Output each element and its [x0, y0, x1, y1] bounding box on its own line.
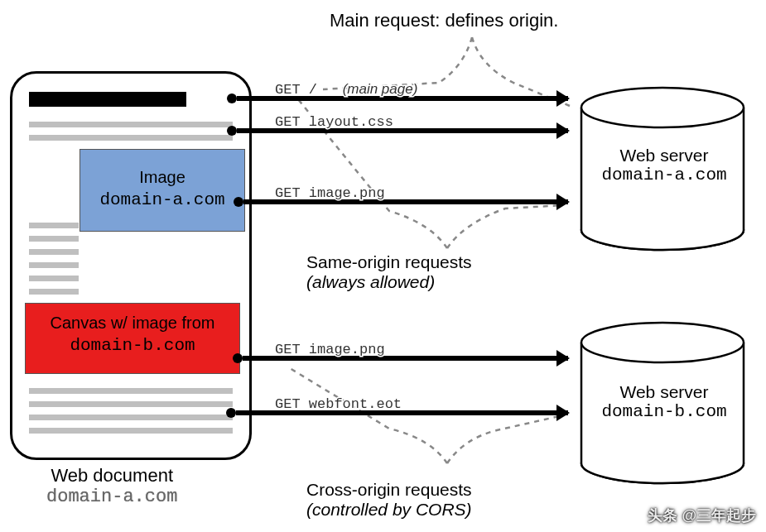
canvas-box-label: Canvas w/ image from — [26, 312, 239, 334]
origin-dot — [227, 93, 237, 103]
web-document — [10, 71, 252, 460]
doc-text-line — [29, 135, 233, 141]
doc-text-line — [29, 401, 233, 407]
req-method: GET — [275, 82, 301, 98]
doc-caption-line2: domain-a.com — [46, 486, 177, 507]
request-label-css: GET layout.css — [275, 114, 393, 130]
svg-point-3 — [581, 323, 744, 362]
req-method: GET — [275, 114, 301, 130]
origin-dot — [233, 353, 243, 363]
doc-text-line — [29, 289, 79, 295]
req-path: image.png — [309, 185, 385, 201]
origin-dot — [226, 408, 236, 418]
canvas-box-domain: domain-b.com — [26, 334, 239, 357]
server-b-caption: Web server domain-b.com — [590, 382, 739, 421]
same-origin-label: Same-origin requests (always allowed) — [306, 252, 472, 292]
server-a-line1: Web server — [590, 146, 739, 165]
req-path: / — [309, 82, 317, 98]
diagram-title: Main request: defines origin. — [330, 10, 558, 31]
doc-text-line — [29, 249, 79, 255]
server-b-line1: Web server — [590, 382, 739, 402]
image-box-domain: domain-a.com — [80, 189, 244, 212]
req-path: image.png — [309, 342, 385, 357]
image-box-label: Image — [80, 166, 244, 189]
origin-dot — [234, 197, 243, 207]
web-document-caption: Web document domain-a.com — [46, 465, 177, 507]
cross-origin-label: Cross-origin requests (controlled by COR… — [306, 480, 472, 520]
req-method: GET — [275, 185, 301, 201]
request-label-main: GET / (main page) — [275, 81, 417, 98]
server-a-line2: domain-a.com — [590, 165, 739, 185]
doc-text-line — [29, 122, 233, 127]
same-origin-line2: (always allowed) — [306, 272, 435, 291]
server-a-caption: Web server domain-a.com — [590, 146, 739, 185]
request-label-image-a: GET image.png — [275, 185, 385, 201]
request-label-image-b: GET image.png — [275, 342, 385, 357]
doc-caption-line1: Web document — [46, 465, 177, 486]
origin-dot — [227, 126, 237, 136]
doc-text-line — [29, 388, 233, 394]
request-label-font: GET webfont.eot — [275, 396, 402, 412]
doc-text-line — [29, 262, 79, 268]
server-b-line2: domain-b.com — [590, 402, 739, 421]
doc-text-line — [29, 223, 79, 228]
watermark: 头条 @三年起步 — [648, 506, 756, 525]
svg-point-1 — [581, 88, 744, 127]
doc-header-bar — [29, 92, 186, 107]
req-method: GET — [275, 396, 301, 412]
cross-origin-line2: (controlled by CORS) — [306, 500, 472, 519]
req-path: webfont.eot — [309, 396, 402, 412]
canvas-box: Canvas w/ image from domain-b.com — [25, 303, 240, 374]
cross-origin-line1: Cross-origin requests — [306, 480, 472, 500]
req-method: GET — [275, 342, 301, 357]
doc-text-line — [29, 236, 79, 242]
same-origin-line1: Same-origin requests — [306, 252, 472, 272]
req-path: layout.css — [309, 114, 393, 130]
req-note: (main page) — [343, 81, 418, 97]
doc-text-line — [29, 276, 79, 281]
doc-text-line — [29, 415, 233, 420]
doc-text-line — [29, 428, 233, 434]
image-box: Image domain-a.com — [79, 149, 245, 232]
